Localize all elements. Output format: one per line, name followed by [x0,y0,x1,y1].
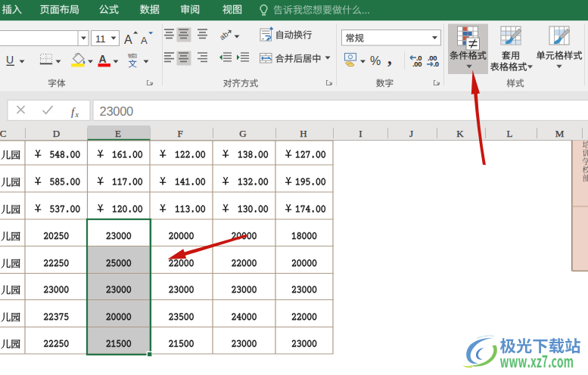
svg-text:G: G [239,128,246,139]
svg-text:U: U [6,54,14,66]
svg-text:L: L [507,128,513,139]
svg-text:A: A [124,33,132,46]
svg-text:23000: 23000 [100,104,134,118]
svg-text:%: % [370,54,381,67]
svg-text:F: F [177,128,182,139]
svg-text:J: J [409,128,413,139]
svg-text:x: x [75,110,79,119]
svg-text:M: M [555,128,565,139]
svg-text:11: 11 [95,33,106,45]
svg-text:,: , [387,48,392,67]
svg-text:K: K [456,128,464,139]
svg-text:A: A [141,35,148,46]
svg-text:.00: .00 [412,60,422,68]
svg-text:.0: .0 [434,60,439,68]
svg-text:wén: wén [127,52,137,57]
svg-text:I: I [359,128,362,139]
svg-text:H: H [300,128,306,139]
svg-text:A: A [99,53,107,65]
svg-text:D: D [53,128,60,139]
svg-text:E: E [115,128,121,139]
svg-text:C: C [0,128,6,139]
